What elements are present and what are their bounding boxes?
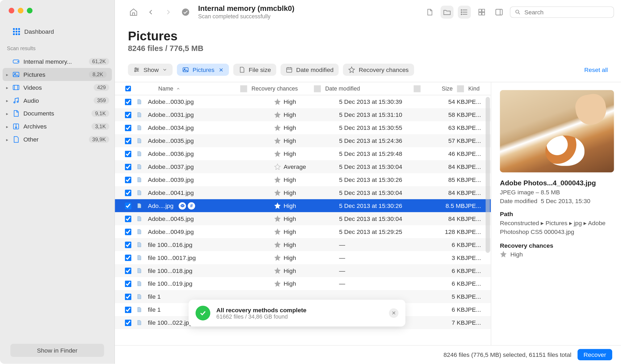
minimize-window-button[interactable] <box>18 8 23 13</box>
sidebar-item-archive[interactable]: ▸Archives3,1K <box>0 120 115 133</box>
row-checkbox[interactable] <box>125 215 131 222</box>
detail-date-label: Date modified <box>500 198 538 204</box>
show-filter[interactable]: Show <box>128 64 173 76</box>
row-checkbox[interactable] <box>125 267 131 274</box>
row-checkbox[interactable] <box>125 112 131 118</box>
table-row[interactable]: Adobe...0030.jpgHigh5 Dec 2013 at 15:30:… <box>115 95 491 108</box>
table-row[interactable]: Adobe...0041.jpgHigh5 Dec 2013 at 15:30:… <box>115 186 491 199</box>
sidebar-item-other[interactable]: ▸Other39,9K <box>0 133 115 146</box>
column-name[interactable]: Name <box>136 85 240 92</box>
star-icon <box>274 176 281 183</box>
sidebar-item-video[interactable]: ▸Videos429 <box>0 81 115 94</box>
table-row[interactable]: Adobe...0031.jpgHigh5 Dec 2013 at 15:31:… <box>115 108 491 121</box>
toggle-details-button[interactable] <box>493 5 506 18</box>
new-file-button[interactable] <box>423 5 436 18</box>
sidebar-item-label: Archives <box>23 123 92 130</box>
size-value: 46 KB <box>430 150 465 157</box>
list-view-button[interactable] <box>458 5 471 18</box>
recovery-value: High <box>284 254 296 261</box>
table-row[interactable]: file 100...018.jpgHigh—6 KBJPE... <box>115 264 491 277</box>
close-window-button[interactable] <box>9 8 14 13</box>
size-value: 63 KB <box>430 124 465 131</box>
row-checkbox[interactable] <box>125 177 131 183</box>
table-row[interactable]: Adobe...0036.jpgHigh5 Dec 2013 at 15:29:… <box>115 147 491 160</box>
toast-close-button[interactable]: ✕ <box>389 308 398 318</box>
star-icon <box>274 111 281 118</box>
kind-value: JPE... <box>465 306 491 313</box>
file-thumb-icon <box>136 215 143 222</box>
column-size[interactable]: Size <box>421 85 456 92</box>
table-row[interactable]: file 100...016.jpgHigh—6 KBJPE... <box>115 238 491 251</box>
sidebar-item-picture[interactable]: ▸Pictures8,2K <box>3 68 112 81</box>
search-input[interactable] <box>524 8 609 15</box>
svg-point-12 <box>182 8 189 15</box>
kind-value: JPE... <box>465 319 491 326</box>
sidebar-item-document[interactable]: ▸Documents9,1K <box>0 107 115 120</box>
table-row[interactable]: Adobe...0045.jpgHigh5 Dec 2013 at 15:30:… <box>115 212 491 225</box>
reset-filters-button[interactable]: Reset all <box>584 66 608 73</box>
date-modified-filter[interactable]: Date modified <box>280 64 339 76</box>
row-checkbox[interactable] <box>125 138 131 144</box>
hex-badge-icon[interactable]: # <box>188 202 195 209</box>
folder-view-button[interactable] <box>440 5 454 18</box>
file-name: file 1 <box>148 293 161 300</box>
table-row[interactable]: file 100...019.jpgHigh—6 KBJPE... <box>115 277 491 290</box>
audio-icon <box>12 97 20 104</box>
select-all-checkbox[interactable] <box>125 86 131 91</box>
active-filter-pictures[interactable]: Pictures ✕ <box>177 64 229 76</box>
scrollbar[interactable] <box>486 97 490 253</box>
back-button[interactable] <box>144 5 157 18</box>
table-row[interactable]: Adobe...0035.jpgHigh5 Dec 2013 at 15:24:… <box>115 134 491 147</box>
row-checkbox[interactable] <box>125 280 131 287</box>
star-icon <box>274 189 281 196</box>
row-checkbox[interactable] <box>125 190 131 196</box>
file-name: file 100...016.jpg <box>148 241 192 248</box>
file-size-filter[interactable]: File size <box>233 64 276 76</box>
recovery-value: High <box>284 267 296 274</box>
recovery-chances-filter[interactable]: Recovery chances <box>343 64 414 76</box>
table-row[interactable]: Adobe...0039.jpgHigh5 Dec 2013 at 15:30:… <box>115 173 491 186</box>
remove-filter-button[interactable]: ✕ <box>219 66 224 73</box>
table-row[interactable]: file 100...0017.jpgHigh—3 KBJPE... <box>115 251 491 264</box>
sidebar-item-label: Documents <box>23 110 92 117</box>
selection-status: 8246 files (776,5 MB) selected, 61151 fi… <box>443 351 571 358</box>
table-row[interactable]: Adobe...0037.jpgAverage5 Dec 2013 at 15:… <box>115 160 491 173</box>
picture-icon <box>182 66 189 73</box>
search-field[interactable] <box>510 6 614 18</box>
sidebar-item-audio[interactable]: ▸Audio359 <box>0 94 115 107</box>
size-value: 3 KB <box>430 254 465 261</box>
search-icon <box>515 8 521 15</box>
dashboard-nav[interactable]: Dashboard <box>0 22 115 41</box>
svg-point-32 <box>135 71 136 72</box>
table-row[interactable]: Adobe...0049.jpgHigh5 Dec 2013 at 15:29:… <box>115 225 491 238</box>
row-checkbox[interactable] <box>125 228 131 235</box>
row-checkbox[interactable] <box>125 125 131 131</box>
table-row[interactable]: Ado....jpg#High5 Dec 2013 at 15:30:268.5… <box>115 199 491 212</box>
forward-button[interactable] <box>162 5 175 18</box>
maximize-window-button[interactable] <box>27 8 32 13</box>
picture-icon <box>12 71 20 78</box>
row-checkbox[interactable] <box>125 241 131 248</box>
file-thumb-icon <box>136 150 143 157</box>
row-checkbox[interactable] <box>125 151 131 157</box>
column-kind[interactable]: Kind <box>465 85 491 92</box>
table-row[interactable]: Adobe...0034.jpgHigh5 Dec 2013 at 15:30:… <box>115 121 491 134</box>
row-checkbox[interactable] <box>125 164 131 170</box>
preview-badge-icon[interactable] <box>179 202 186 209</box>
row-checkbox[interactable] <box>125 306 131 313</box>
row-checkbox[interactable] <box>125 254 131 261</box>
show-in-finder-button[interactable]: Show in Finder <box>10 344 104 357</box>
file-thumb-icon <box>136 124 143 131</box>
grid-view-button[interactable] <box>475 5 488 18</box>
recover-button[interactable]: Recover <box>577 349 612 360</box>
home-button[interactable] <box>127 5 140 18</box>
page-subtitle: 8246 files / 776,5 MB <box>128 44 621 53</box>
row-checkbox[interactable] <box>125 202 131 209</box>
chevron-right-icon: ▸ <box>6 72 11 77</box>
row-checkbox[interactable] <box>125 293 131 300</box>
column-date[interactable]: Date modified <box>322 85 413 92</box>
sidebar-item-disk[interactable]: ▸Internal memory...61,2K <box>0 55 115 68</box>
row-checkbox[interactable] <box>125 319 131 326</box>
column-recovery[interactable]: Recovery chances <box>248 85 313 92</box>
row-checkbox[interactable] <box>125 99 131 105</box>
